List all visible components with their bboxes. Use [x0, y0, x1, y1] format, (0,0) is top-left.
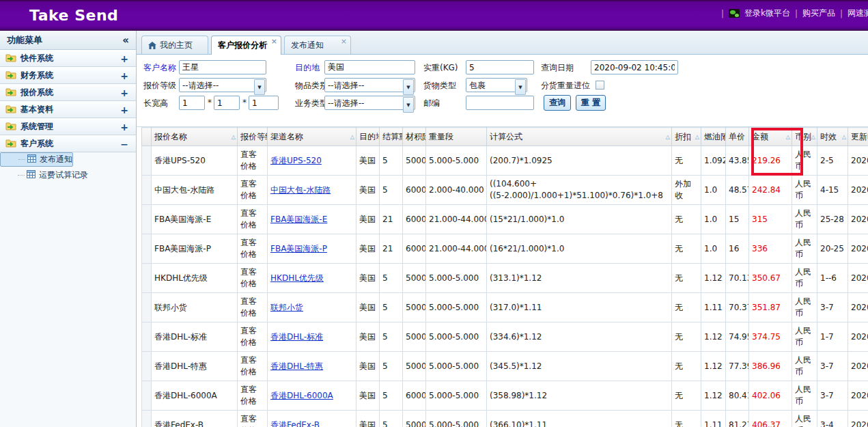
cargo-type-select[interactable]: 包裹 ▼ — [466, 78, 527, 92]
table-row: 香港DHL-标准直客价格香港DHL-标准美国550005.000-5.000(3… — [142, 322, 868, 352]
range-cell: 21.000-44.000 — [426, 205, 487, 234]
height-input[interactable] — [249, 96, 279, 110]
volume-cell: 5000 — [403, 264, 426, 293]
search-button[interactable]: 查询 — [544, 95, 571, 111]
expand-toggle-icon[interactable]: + — [120, 53, 129, 64]
sidebar-section-3[interactable]: 基本资料+ — [0, 101, 136, 118]
business-type-select[interactable]: --请选择-- ▼ — [324, 96, 415, 110]
channel-link[interactable]: 香港DHL-标准 — [270, 332, 323, 342]
col-header-discount[interactable]: 折扣△ — [672, 128, 701, 146]
settle-cell: 5 — [380, 322, 403, 352]
customer-name-input[interactable] — [179, 60, 266, 74]
tab-quote-analysis[interactable]: 客户报价分析 × — [211, 36, 281, 55]
sidebar-section-0[interactable]: 快件系统+ — [0, 50, 136, 67]
unit-cell: 15 — [726, 205, 749, 234]
sort-icon[interactable]: △ — [695, 134, 699, 140]
range-cell: 5.000-5.000 — [426, 264, 487, 293]
grade-cell: 直客价格 — [238, 411, 268, 427]
quote-grade-select[interactable]: --请选择-- ▼ — [179, 78, 266, 92]
query-date-input[interactable] — [591, 60, 678, 74]
expand-toggle-icon[interactable]: + — [120, 87, 129, 98]
fuel-cell: 1.12 — [701, 322, 726, 352]
sidebar-subitem-0[interactable]: 发布通知 — [0, 152, 73, 167]
close-icon[interactable]: × — [341, 38, 347, 45]
sidebar-subitem-2[interactable]: 运费试算记录 — [0, 167, 136, 182]
sidebar-section-label: 系统管理 — [20, 121, 120, 133]
chevron-down-icon[interactable]: ▼ — [403, 97, 414, 113]
zip-input[interactable] — [466, 96, 534, 110]
split-weight-checkbox[interactable] — [596, 81, 604, 89]
grade-cell: 直客价格 — [238, 352, 268, 381]
aging-cell: 3-7 — [817, 352, 848, 381]
aging-cell: 1--6 — [817, 264, 848, 293]
channel-link[interactable]: 香港UPS-520 — [270, 156, 322, 165]
formula-cell: (345.5)*1.12 — [487, 352, 672, 381]
volume-cell: 5000 — [403, 322, 426, 352]
unit-cell: 74.95 — [726, 322, 749, 352]
sidebar-section-5[interactable]: 客户系统− — [0, 135, 136, 152]
tab-my-home[interactable]: 我的主页 — [141, 36, 208, 54]
sort-icon[interactable]: △ — [232, 134, 236, 140]
channel-cell: FBA美国海派-P — [268, 234, 356, 264]
unit-cell: 16 — [726, 234, 749, 264]
discount-cell: 外加收 — [672, 176, 701, 205]
sort-icon[interactable]: △ — [350, 134, 354, 140]
channel-link[interactable]: FBA美国海派-P — [270, 244, 327, 253]
table-row: 香港FedEx-B直客价格香港FedEx-B美国550005.000-5.000… — [142, 411, 868, 427]
destination-input[interactable] — [324, 60, 415, 74]
col-header-formula[interactable]: 计算公式△ — [487, 128, 672, 146]
expand-toggle-icon[interactable]: + — [120, 122, 129, 133]
col-header-aging[interactable]: 时效△ — [817, 128, 848, 146]
sel-cell — [142, 176, 152, 205]
col-header-label: 计算公式 — [490, 132, 522, 141]
expand-toggle-icon[interactable]: − — [120, 139, 129, 150]
channel-link[interactable]: 香港DHL-特惠 — [270, 361, 323, 371]
item-type-select[interactable]: --请选择-- ▼ — [324, 78, 415, 92]
updated-cell: 2020 — [848, 352, 868, 381]
grade-cell: 直客价格 — [238, 146, 268, 176]
amount-highlight-annotation — [751, 128, 803, 176]
sidebar-section-2[interactable]: 报价系统+ — [0, 84, 136, 101]
expand-toggle-icon[interactable]: + — [120, 70, 129, 81]
sel-cell — [142, 352, 152, 381]
formula-cell: (317.0)*1.11 — [487, 293, 672, 322]
weight-input[interactable] — [466, 60, 534, 74]
sel-cell — [142, 146, 152, 176]
tab-publish-notice[interactable]: 发布通知 × — [284, 36, 351, 54]
updated-cell: 2020 — [848, 322, 868, 352]
close-icon[interactable]: × — [271, 38, 277, 45]
name-cell: FBA美国海派-E — [152, 205, 238, 234]
length-input[interactable] — [179, 96, 205, 110]
channel-link[interactable]: 香港DHL-6000A — [270, 391, 333, 400]
speed-test-link[interactable]: 网速测试 — [848, 8, 868, 19]
chevron-down-icon[interactable]: ▼ — [403, 79, 414, 95]
login-kwei-link[interactable]: 登录k微平台 — [744, 8, 790, 19]
col-header-name[interactable]: 报价名称△ — [152, 128, 238, 146]
range-cell: 2.000-40.000 — [426, 176, 487, 205]
reset-button[interactable]: 重 置 — [576, 95, 606, 111]
unit-cell: 70.13 — [726, 264, 749, 293]
chevron-down-icon[interactable]: ▼ — [254, 79, 265, 95]
sidebar-section-1[interactable]: 财务系统+ — [0, 67, 136, 84]
grade-cell: 直客价格 — [238, 322, 268, 352]
table-row: 香港DHL-6000A直客价格香港DHL-6000A美国560005.000-5… — [142, 381, 868, 411]
sidebar-section-4[interactable]: 系统管理+ — [0, 118, 136, 135]
dest-cell: 美国 — [356, 176, 380, 205]
channel-link[interactable]: 香港FedEx-B — [270, 420, 320, 427]
sidebar-title: 功能菜单 — [7, 34, 42, 46]
sort-icon[interactable]: △ — [811, 134, 815, 140]
chevron-down-icon[interactable]: ▼ — [515, 79, 526, 95]
buy-product-link[interactable]: 购买产品 — [802, 8, 835, 19]
channel-link[interactable]: HKDHL优先级 — [270, 273, 324, 283]
width-input[interactable] — [214, 96, 240, 110]
expand-toggle-icon[interactable]: + — [120, 105, 129, 115]
updated-cell: 2020 — [848, 411, 868, 427]
sort-icon[interactable]: △ — [666, 134, 670, 140]
collapse-sidebar-icon[interactable]: « — [122, 34, 129, 46]
channel-link[interactable]: 联邦小货 — [270, 303, 303, 312]
volume-cell: 6000 — [403, 234, 426, 264]
channel-link[interactable]: 中国大包-水陆路 — [270, 185, 331, 195]
channel-link[interactable]: FBA美国海派-E — [270, 215, 327, 224]
sort-icon[interactable]: △ — [842, 134, 846, 140]
col-header-channel[interactable]: 渠道名称△ — [268, 128, 356, 146]
